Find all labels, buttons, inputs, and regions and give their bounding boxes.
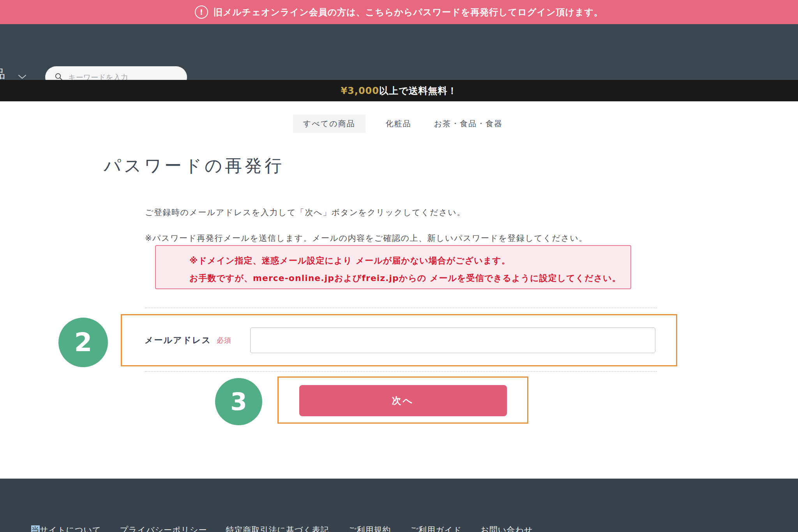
browser-viewport: ! 旧メルチェオンライン会員の方は、こちらからパスワードを再発行してログイン頂け… [0, 0, 798, 532]
footer-link[interactable]: プライバシーポリシー [120, 525, 207, 532]
nav-menu-partial-label[interactable]: 品 [0, 66, 5, 80]
navbar: 品 [0, 24, 798, 80]
mail-warning-box: ※ドメイン指定、迷惑メール設定により メールが届かない場合がございます。 お手数… [155, 245, 631, 289]
next-button[interactable]: 次へ [299, 385, 507, 416]
shipping-text: 以上で送料無料！ [379, 85, 457, 97]
footer-link[interactable]: お問い合わせ [480, 525, 533, 532]
divider [145, 308, 657, 308]
divider [145, 371, 657, 372]
mail-warning-line-1: ※ドメイン指定、迷惑メール設定により メールが届かない場合がございます。 [189, 252, 623, 269]
email-label: メールアドレス [145, 334, 211, 346]
chevron-down-icon[interactable] [18, 73, 26, 80]
footer-link[interactable]: 特定商取引法に基づく表記 [226, 525, 329, 532]
tab[interactable]: お茶・食品・食器 [432, 115, 505, 133]
tab[interactable]: 化粧品 [383, 115, 414, 133]
mail-warning-line-2: お手数ですが、merce-online.jpおよびfreiz.jpからの メール… [189, 269, 623, 287]
email-row-annotation-box: メールアドレス 必須 [121, 314, 677, 366]
alert-banner: ! 旧メルチェオンライン会員の方は、こちらからパスワードを再発行してログイン頂け… [0, 0, 798, 24]
required-badge: 必須 [217, 336, 231, 345]
page-title: パスワードの再発行 [104, 154, 284, 177]
alert-banner-text[interactable]: 旧メルチェオンライン会員の方は、こちらからパスワードを再発行してログイン頂けます… [214, 6, 603, 18]
intro-text-2: ※パスワード再発行メールを送信します。メールの内容をご確認の上、新しいパスワード… [145, 233, 588, 244]
text-selection: 当 [31, 525, 40, 532]
intro-text-1: ご登録時のメールアドレスを入力して「次へ」ボタンをクリックしてください。 [145, 207, 466, 218]
footer-link[interactable]: ご利用ガイド [410, 525, 462, 532]
footer-links: 当サイトについてプライバシーポリシー特定商取引法に基づく表記ご利用規約ご利用ガイ… [31, 525, 533, 532]
search-box[interactable] [45, 66, 187, 80]
submit-annotation-box: 次へ [277, 376, 528, 424]
shipping-banner: ¥3,000 以上で送料無料！ [0, 80, 798, 101]
footer: 当サイトについてプライバシーポリシー特定商取引法に基づく表記ご利用規約ご利用ガイ… [0, 479, 798, 532]
email-field[interactable] [250, 327, 655, 353]
step-badge-2: 2 [58, 318, 108, 367]
search-input[interactable] [67, 72, 178, 80]
step-badge-3: 3 [215, 378, 262, 425]
shipping-amount: ¥3,000 [341, 85, 379, 96]
footer-link[interactable]: 当サイトについて [31, 525, 101, 532]
search-icon [55, 72, 63, 80]
category-tabs: すべての商品化粧品お茶・食品・食器 [0, 115, 798, 133]
exclamation-circle-icon: ! [195, 5, 208, 19]
tab[interactable]: すべての商品 [293, 115, 365, 133]
footer-link[interactable]: ご利用規約 [348, 525, 391, 532]
